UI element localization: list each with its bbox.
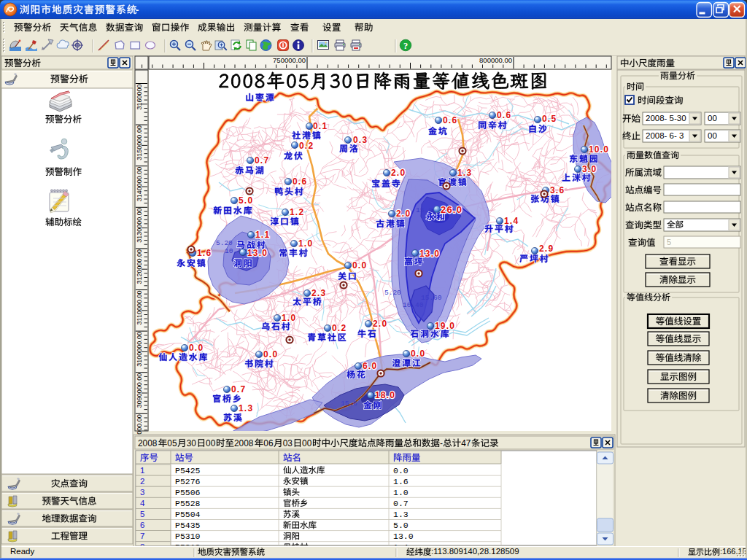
- svg-text:2.0: 2.0: [396, 209, 411, 219]
- svg-text:2.3: 2.3: [311, 288, 326, 298]
- svg-text:2.9: 2.9: [539, 244, 554, 254]
- svg-text:00: 00: [206, 438, 216, 448]
- svg-text:0.3: 0.3: [353, 135, 368, 145]
- svg-text:P5506: P5506: [175, 488, 201, 497]
- svg-text:3.6: 3.6: [550, 185, 565, 195]
- svg-text:13.0: 13.0: [419, 249, 440, 259]
- svg-text:0.7: 0.7: [255, 155, 269, 166]
- svg-text:-: -: [440, 438, 443, 448]
- svg-text:4: 4: [140, 499, 145, 508]
- svg-text:00: 00: [708, 114, 717, 122]
- svg-text:P5504: P5504: [175, 510, 201, 519]
- svg-text:05: 05: [167, 438, 177, 448]
- svg-text:P5435: P5435: [175, 521, 201, 530]
- svg-text:2008: 2008: [234, 438, 254, 448]
- svg-text:0.2: 0.2: [332, 323, 347, 333]
- svg-text:13.0: 13.0: [393, 532, 414, 541]
- svg-text:0.5: 0.5: [542, 114, 557, 124]
- svg-text:10.40: 10.40: [403, 301, 424, 309]
- svg-text::113.809140,28.128509: :113.809140,28.128509: [431, 547, 519, 556]
- svg-text:2008: 2008: [138, 438, 158, 448]
- svg-text:1.6: 1.6: [197, 248, 212, 258]
- svg-text:7: 7: [140, 532, 144, 540]
- svg-text:0.0: 0.0: [263, 349, 278, 359]
- svg-text:1.3: 1.3: [457, 168, 472, 178]
- svg-text:0.1: 0.1: [313, 121, 328, 131]
- svg-text:0.6: 0.6: [497, 110, 511, 120]
- svg-text:0.6: 0.6: [293, 176, 307, 187]
- svg-text:?: ?: [403, 41, 408, 51]
- svg-text:5.0: 5.0: [393, 521, 409, 530]
- svg-text:5.20: 5.20: [216, 239, 233, 247]
- svg-text:18.0: 18.0: [375, 390, 395, 400]
- svg-text:P5310: P5310: [175, 532, 201, 541]
- svg-text:6.0: 6.0: [363, 361, 377, 371]
- svg-text:-: -: [136, 4, 139, 15]
- svg-text:47: 47: [461, 438, 471, 448]
- svg-text:15.60: 15.60: [421, 294, 442, 302]
- svg-text:1.3: 1.3: [393, 510, 409, 519]
- svg-text:P5425: P5425: [175, 466, 201, 475]
- svg-text:0.7: 0.7: [231, 384, 246, 394]
- svg-text:0.0: 0.0: [411, 349, 425, 359]
- svg-text:3150000.00: 3150000.00: [136, 125, 143, 160]
- svg-text:19.0: 19.0: [435, 321, 455, 331]
- svg-text:5: 5: [140, 510, 144, 518]
- svg-text:3140000.00: 3140000.00: [136, 167, 143, 202]
- svg-text:Ready: Ready: [10, 547, 34, 556]
- svg-text::166.158: :166.158: [720, 547, 747, 556]
- svg-text:1.0: 1.0: [282, 313, 296, 323]
- svg-text:1.0: 1.0: [393, 488, 409, 497]
- svg-text:P5528: P5528: [175, 499, 201, 508]
- svg-text:5.0: 5.0: [239, 195, 253, 206]
- svg-text:30: 30: [187, 438, 197, 448]
- svg-text:2: 2: [140, 477, 144, 486]
- svg-text:10.0: 10.0: [589, 144, 609, 155]
- svg-text:0.6: 0.6: [443, 115, 457, 125]
- svg-text:2008- 6- 3: 2008- 6- 3: [646, 131, 684, 140]
- svg-text:15.6: 15.6: [341, 400, 357, 408]
- svg-text:0.7: 0.7: [393, 499, 409, 508]
- svg-text:1.2: 1.2: [290, 207, 304, 217]
- svg-text:3: 3: [140, 488, 144, 497]
- svg-text:6: 6: [140, 521, 144, 529]
- svg-text:2.0: 2.0: [373, 319, 387, 329]
- svg-text:750000.00: 750000.00: [273, 56, 306, 64]
- svg-text:P5276: P5276: [175, 477, 201, 486]
- svg-text:0.0: 0.0: [189, 343, 204, 353]
- svg-text:1: 1: [140, 466, 144, 475]
- svg-text:3120000.00: 3120000.00: [136, 249, 143, 284]
- svg-text:26.0: 26.0: [441, 204, 462, 215]
- svg-text:1.1: 1.1: [255, 230, 270, 240]
- svg-text:5.20: 5.20: [384, 289, 401, 297]
- svg-text:2.0: 2.0: [391, 168, 406, 178]
- svg-text:3160000: 3160000: [136, 85, 143, 110]
- svg-text:1.0: 1.0: [298, 238, 313, 249]
- svg-text:00: 00: [302, 438, 312, 448]
- svg-text:1.6: 1.6: [393, 477, 409, 486]
- svg-text:5: 5: [667, 238, 671, 246]
- svg-text:3.0: 3.0: [582, 164, 597, 174]
- svg-text:0.0: 0.0: [352, 260, 367, 271]
- svg-text:03: 03: [283, 438, 293, 448]
- svg-text:1.3: 1.3: [239, 403, 253, 413]
- svg-text:1.4: 1.4: [504, 216, 519, 226]
- svg-text:0.0: 0.0: [393, 466, 409, 475]
- svg-text:00: 00: [708, 131, 717, 140]
- svg-text:13.0: 13.0: [247, 248, 268, 258]
- svg-text:2008- 5-30: 2008- 5-30: [646, 114, 686, 122]
- svg-text:800000.00: 800000.00: [479, 56, 512, 64]
- svg-text:3130000.00: 3130000.00: [136, 208, 143, 243]
- svg-text:06: 06: [263, 438, 274, 448]
- svg-text:3100000.00: 3100000.00: [136, 332, 143, 367]
- svg-text:0.2: 0.2: [299, 141, 314, 151]
- svg-text:3110000.00: 3110000.00: [136, 291, 143, 325]
- svg-text:3090000.00: 3090000.00: [136, 373, 143, 408]
